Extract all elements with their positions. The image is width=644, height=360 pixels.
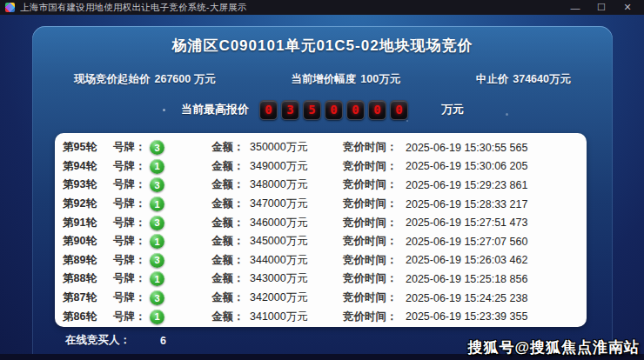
time-value: 2025-06-19 15:25:18 856 [406, 273, 527, 285]
auction-panel: 杨浦区C090101单元01C5-02地块现场竞价 现场竞价起始价267600 … [32, 26, 613, 354]
bid-digit: 0 [325, 100, 343, 120]
plate-label: 号牌： [113, 253, 150, 268]
start-price-value: 267600 万元 [155, 73, 216, 85]
amount-value: 342000万元 [250, 290, 343, 305]
app-window: 上海市国有建设用地使用权出让电子竞价系统-大屏展示 — ☐ ✕ 杨浦区C0901… [0, 0, 644, 360]
plate-label: 号牌： [113, 271, 150, 286]
amount-label: 金额： [211, 271, 250, 286]
table-row: 第87轮 号牌： 3 金额： 342000万元 竞价时间： 2025-06-19… [63, 289, 587, 308]
table-row: 第95轮 号牌： 3 金额： 350000万元 竞价时间： 2025-06-19… [63, 138, 587, 157]
plate-label: 号牌： [113, 177, 150, 192]
amount-value: 347000万元 [250, 197, 343, 211]
table-row: 第86轮 号牌： 1 金额： 341000万元 竞价时间： 2025-06-19… [63, 307, 587, 326]
plate-label: 号牌： [113, 216, 150, 230]
time-label: 竞价时间： [343, 290, 406, 305]
decorative-dot [406, 120, 408, 122]
time-value: 2025-06-19 15:27:51 473 [406, 217, 527, 229]
amount-label: 金额： [211, 159, 250, 174]
main-background: 杨浦区C090101单元01C5-02地块现场竞价 现场竞价起始价267600 … [0, 15, 644, 360]
bid-digit: 0 [368, 100, 386, 120]
highest-bid-row: 当前最高报价 0 3 5 0 0 0 0 万元 [32, 98, 613, 121]
bidder-number-badge: 1 [150, 197, 164, 211]
decorative-dot [163, 109, 165, 111]
amount-value: 348000万元 [250, 177, 343, 192]
round-label: 第91轮 [63, 216, 113, 230]
bidder-number-badge: 1 [150, 159, 164, 174]
stop-price-value: 374640万元 [513, 73, 571, 85]
stop-price: 中止价374640万元 [476, 72, 571, 87]
time-value: 2025-06-19 15:29:23 861 [406, 179, 527, 191]
bid-unit-label: 万元 [441, 102, 464, 117]
time-label: 竞价时间： [343, 234, 406, 249]
amount-value: 341000万元 [250, 310, 343, 324]
time-label: 竞价时间： [343, 159, 406, 174]
time-label: 竞价时间： [343, 253, 406, 268]
online-bidders-count: 6 [160, 335, 166, 347]
bid-history-table: 第95轮 号牌： 3 金额： 350000万元 竞价时间： 2025-06-19… [55, 133, 587, 327]
bidder-number-badge: 1 [150, 310, 164, 324]
amount-label: 金额： [211, 177, 250, 192]
time-label: 竞价时间： [343, 177, 406, 192]
round-label: 第87轮 [63, 290, 113, 305]
app-icon [5, 3, 15, 12]
time-label: 竞价时间： [343, 140, 406, 155]
amount-label: 金额： [211, 216, 250, 230]
table-row: 第94轮 号牌： 1 金额： 349000万元 竞价时间： 2025-06-19… [63, 157, 587, 177]
time-label: 竞价时间： [343, 197, 406, 211]
round-label: 第89轮 [63, 253, 113, 268]
start-price: 现场竞价起始价267600 万元 [74, 72, 216, 87]
amount-label: 金额： [211, 253, 250, 268]
minimize-button[interactable]: — [562, 0, 588, 15]
time-label: 竞价时间： [343, 271, 406, 286]
page-title: 杨浦区C090101单元01C5-02地块现场竞价 [32, 26, 613, 56]
plate-label: 号牌： [113, 140, 150, 155]
bidder-number-badge: 1 [150, 271, 164, 286]
maximize-button[interactable]: ☐ [588, 0, 614, 15]
increment-label: 当前增价幅度 [291, 73, 356, 85]
round-label: 第92轮 [63, 197, 113, 211]
amount-value: 343000万元 [250, 271, 343, 286]
plate-label: 号牌： [113, 234, 150, 249]
bidder-number-badge: 3 [150, 177, 164, 192]
bid-digit: 0 [346, 100, 365, 120]
plate-label: 号牌： [113, 290, 150, 305]
stop-price-label: 中止价 [476, 73, 509, 85]
bidder-number-badge: 3 [150, 290, 164, 305]
time-value: 2025-06-19 15:30:06 205 [406, 160, 527, 172]
amount-value: 350000万元 [250, 140, 343, 155]
increment-value: 100万元 [360, 73, 400, 85]
round-label: 第86轮 [63, 310, 113, 324]
amount-label: 金额： [211, 310, 250, 324]
amount-label: 金额： [211, 290, 250, 305]
plate-label: 号牌： [113, 197, 150, 211]
time-value: 2025-06-19 15:27:07 560 [406, 236, 527, 248]
plate-label: 号牌： [113, 159, 150, 174]
table-row: 第89轮 号牌： 3 金额： 344000万元 竞价时间： 2025-06-19… [63, 251, 587, 270]
time-label: 竞价时间： [343, 216, 406, 230]
price-info-row: 现场竞价起始价267600 万元 当前增价幅度100万元 中止价374640万元 [74, 72, 571, 87]
bidder-number-badge: 3 [150, 140, 164, 155]
round-label: 第88轮 [63, 271, 113, 286]
table-row: 第91轮 号牌： 3 金额： 346000万元 竞价时间： 2025-06-19… [63, 213, 587, 232]
table-row: 第92轮 号牌： 1 金额： 347000万元 竞价时间： 2025-06-19… [63, 195, 587, 214]
table-row: 第88轮 号牌： 1 金额： 343000万元 竞价时间： 2025-06-19… [63, 270, 587, 289]
bid-digit: 5 [303, 100, 321, 120]
amount-value: 349000万元 [250, 159, 343, 174]
round-label: 第95轮 [63, 140, 113, 155]
time-value: 2025-06-19 15:24:25 238 [406, 292, 527, 304]
bid-digit: 0 [259, 100, 278, 120]
increment: 当前增价幅度100万元 [291, 72, 400, 87]
round-label: 第93轮 [63, 177, 113, 192]
start-price-label: 现场竞价起始价 [74, 73, 151, 85]
time-value: 2025-06-19 15:28:33 217 [406, 198, 527, 210]
close-button[interactable]: ✕ [614, 0, 641, 15]
bidder-number-badge: 3 [150, 216, 164, 230]
time-value: 2025-06-19 15:30:55 565 [406, 142, 527, 154]
amount-label: 金额： [211, 197, 250, 211]
time-label: 竞价时间： [343, 310, 406, 324]
window-title: 上海市国有建设用地使用权出让电子竞价系统-大屏展示 [20, 2, 562, 14]
plate-label: 号牌： [113, 310, 150, 324]
bidder-number-badge: 1 [150, 234, 164, 249]
round-label: 第94轮 [63, 159, 113, 174]
bidder-number-badge: 3 [150, 253, 164, 268]
